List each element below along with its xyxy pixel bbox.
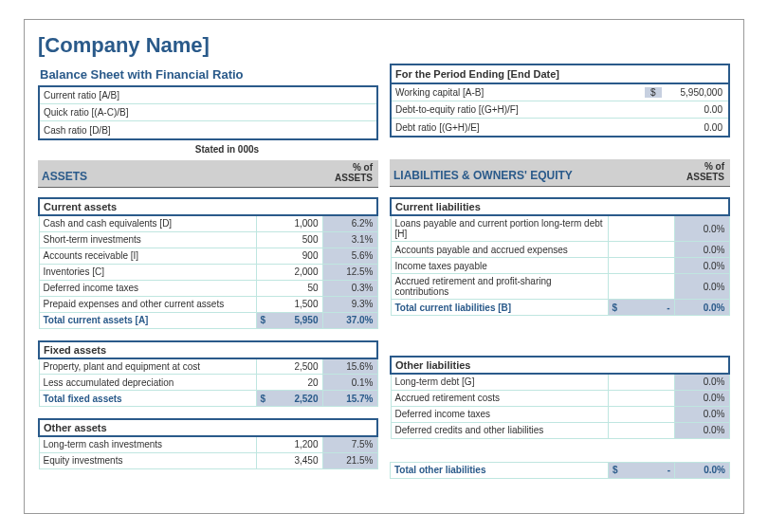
row-pct: 12.5% (322, 264, 377, 280)
currency-symbol: $ (645, 87, 662, 98)
row-pct: 0.0% (674, 215, 729, 242)
ratio-label: Quick ratio [(A-C)/B] (40, 107, 310, 118)
ratio-value: 5,950,000 (662, 87, 728, 98)
group-title: Other liabilities (391, 357, 729, 374)
table-row: Long-term cash investments1,2007.5% (39, 436, 377, 452)
table-row: Accounts payable and accrued expenses0.0… (391, 242, 729, 258)
ratio-label: Working capital [A-B] (392, 87, 645, 98)
group-header: Current liabilities (391, 198, 729, 215)
period-label: For the Period Ending [End Date] (392, 65, 728, 84)
table-row: Equity investments3,45021.5% (39, 452, 377, 468)
ratio-row: Debt-to-equity ratio [(G+H)/F]0.00 (392, 101, 728, 119)
group-header: Current assets (39, 198, 377, 215)
table-row: Short-term investments5003.1% (39, 231, 377, 248)
liabilities-column: Current liabilitiesLoans payable and cur… (390, 197, 730, 479)
row-label: Loans payable and current portion long-t… (391, 215, 608, 242)
total-amount: - (667, 465, 670, 475)
total-amount: - (667, 303, 669, 313)
total-value: $- (609, 462, 675, 478)
total-value: $5,950 (256, 312, 322, 328)
total-pct: 0.0% (674, 300, 729, 316)
group-header: Fixed assets (39, 341, 377, 358)
row-value (608, 422, 674, 438)
row-value (608, 274, 674, 300)
ratio-box-left: Current ratio [A/B]Quick ratio [(A-C)/B]… (38, 85, 378, 140)
table-row: Less accumulated depreciation200.1% (39, 375, 377, 391)
table-row: Deferred credits and other liabilities0.… (391, 422, 729, 438)
row-label: Deferred income taxes (391, 406, 608, 422)
row-pct: 0.1% (322, 375, 377, 391)
row-value: 50 (256, 280, 322, 296)
row-label: Less accumulated depreciation (39, 375, 256, 391)
data-table: Current liabilitiesLoans payable and cur… (390, 197, 730, 316)
ratio-row: Quick ratio [(A-C)/B] (40, 104, 376, 121)
data-table: Other liabilitiesLong-term debt [G]0.0%A… (390, 356, 730, 439)
row-pct: 0.0% (674, 390, 729, 406)
group-title: Current liabilities (391, 198, 729, 215)
ratio-box-right: For the Period Ending [End Date] Working… (390, 64, 730, 138)
total-row: Total current assets [A]$5,95037.0% (39, 312, 377, 328)
row-label: Accrued retirement and profit-sharing co… (391, 274, 608, 300)
currency-symbol: $ (261, 315, 266, 325)
row-value: 900 (256, 248, 322, 264)
row-pct: 6.2% (322, 215, 377, 231)
row-pct: 0.0% (674, 374, 729, 390)
row-label: Accrued retirement costs (391, 390, 608, 406)
stated-label: Stated in 000s (76, 144, 378, 155)
row-value: 2,000 (256, 264, 322, 280)
row-value: 3,450 (256, 452, 322, 468)
total-row: Total current liabilities [B]$-0.0% (391, 300, 729, 316)
subtitle: Balance Sheet with Financial Ratio (38, 64, 378, 85)
table-row: Accounts receivable [I]9005.6% (39, 248, 377, 264)
row-value: 1,200 (256, 436, 322, 452)
pct-assets-label-2: % of ASSETS (673, 159, 730, 186)
row-label: Accounts payable and accrued expenses (391, 242, 608, 258)
liabilities-header: LIABILITIES & OWNERS' EQUITY % of ASSETS (390, 159, 730, 187)
row-label: Long-term cash investments (39, 436, 256, 452)
total-value: $2,520 (256, 391, 322, 407)
data-table: Other assetsLong-term cash investments1,… (38, 418, 378, 469)
table-row: Long-term debt [G]0.0% (391, 374, 729, 390)
row-value (608, 390, 674, 406)
total-pct: 37.0% (322, 312, 377, 328)
table-row: Prepaid expenses and other current asset… (39, 296, 377, 312)
table-row: Deferred income taxes0.0% (391, 406, 729, 422)
table-row: Property, plant and equipment at cost2,5… (39, 358, 377, 375)
group-title: Fixed assets (39, 341, 377, 358)
row-label: Inventories [C] (39, 264, 256, 280)
total-row: Total other liabilities$-0.0% (391, 462, 730, 478)
ratio-value: 0.00 (662, 104, 728, 115)
row-pct: 0.0% (674, 422, 729, 438)
table-row: Accrued retirement costs0.0% (391, 390, 729, 406)
row-value (608, 242, 674, 258)
currency-symbol: $ (613, 465, 618, 475)
ratio-label: Current ratio [A/B] (40, 90, 310, 101)
row-pct: 0.0% (674, 258, 729, 274)
assets-column: Current assetsCash and cash equivalents … (38, 197, 378, 479)
row-value: 1,000 (256, 215, 322, 231)
row-label: Income taxes payable (391, 258, 608, 274)
row-label: Property, plant and equipment at cost (39, 358, 256, 375)
row-value (608, 258, 674, 274)
currency-symbol: $ (613, 303, 618, 313)
total-pct: 15.7% (322, 391, 377, 407)
row-label: Deferred credits and other liabilities (391, 422, 608, 438)
row-value (608, 215, 674, 242)
row-label: Prepaid expenses and other current asset… (39, 296, 256, 312)
total-value: $- (608, 300, 674, 316)
total-label: Total current liabilities [B] (391, 300, 608, 316)
currency-symbol: $ (261, 394, 266, 404)
row-label: Long-term debt [G] (391, 374, 608, 390)
liab-title: LIABILITIES & OWNERS' EQUITY (390, 161, 673, 186)
row-label: Cash and cash equivalents [D] (39, 215, 256, 231)
pct-assets-label: % of ASSETS (321, 160, 378, 187)
data-table: Total other liabilities$-0.0% (390, 462, 730, 479)
total-amount: 2,520 (294, 394, 318, 404)
table-row: Inventories [C]2,00012.5% (39, 264, 377, 280)
row-label: Deferred income taxes (39, 280, 256, 296)
row-value (608, 406, 674, 422)
row-value: 20 (256, 375, 322, 391)
page-frame: [Company Name] Balance Sheet with Financ… (24, 19, 744, 514)
row-label: Accounts receivable [I] (39, 248, 256, 264)
group-title: Other assets (39, 419, 377, 436)
